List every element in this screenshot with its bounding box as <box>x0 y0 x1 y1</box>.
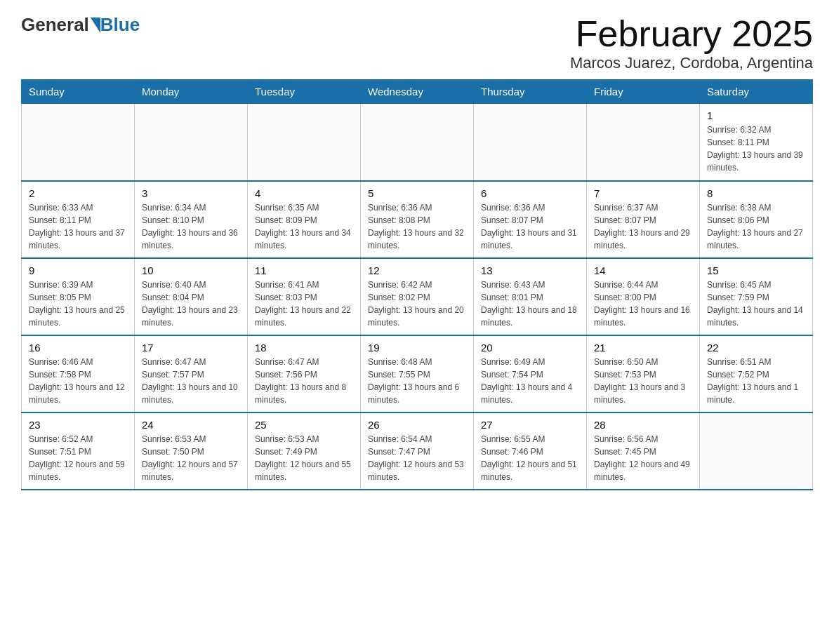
title-section: February 2025 Marcos Juarez, Cordoba, Ar… <box>570 14 813 72</box>
calendar-cell <box>135 104 248 181</box>
day-info: Sunrise: 6:40 AM Sunset: 8:04 PM Dayligh… <box>142 279 240 329</box>
day-info: Sunrise: 6:36 AM Sunset: 8:07 PM Dayligh… <box>481 201 579 252</box>
logo-blue-container: Blue <box>89 14 140 36</box>
calendar-cell: 22Sunrise: 6:51 AM Sunset: 7:52 PM Dayli… <box>700 335 813 412</box>
header-friday: Friday <box>587 80 700 104</box>
day-info: Sunrise: 6:56 AM Sunset: 7:45 PM Dayligh… <box>594 433 692 483</box>
calendar-cell: 28Sunrise: 6:56 AM Sunset: 7:45 PM Dayli… <box>587 412 700 490</box>
day-info: Sunrise: 6:43 AM Sunset: 8:01 PM Dayligh… <box>481 279 579 329</box>
day-number: 14 <box>594 264 692 276</box>
calendar-cell: 1Sunrise: 6:32 AM Sunset: 8:11 PM Daylig… <box>700 104 813 181</box>
day-info: Sunrise: 6:33 AM Sunset: 8:11 PM Dayligh… <box>29 201 127 252</box>
logo-blue-text: Blue <box>100 14 140 36</box>
calendar-cell: 2Sunrise: 6:33 AM Sunset: 8:11 PM Daylig… <box>22 181 135 258</box>
day-info: Sunrise: 6:48 AM Sunset: 7:55 PM Dayligh… <box>368 356 466 406</box>
day-info: Sunrise: 6:51 AM Sunset: 7:52 PM Dayligh… <box>707 356 805 406</box>
calendar-cell: 10Sunrise: 6:40 AM Sunset: 8:04 PM Dayli… <box>135 258 248 335</box>
calendar-cell: 24Sunrise: 6:53 AM Sunset: 7:50 PM Dayli… <box>135 412 248 490</box>
calendar-cell: 18Sunrise: 6:47 AM Sunset: 7:56 PM Dayli… <box>248 335 361 412</box>
header-saturday: Saturday <box>700 80 813 104</box>
day-number: 11 <box>255 264 353 276</box>
day-number: 21 <box>594 342 692 354</box>
day-info: Sunrise: 6:47 AM Sunset: 7:56 PM Dayligh… <box>255 356 353 406</box>
day-info: Sunrise: 6:35 AM Sunset: 8:09 PM Dayligh… <box>255 201 353 252</box>
calendar-cell: 4Sunrise: 6:35 AM Sunset: 8:09 PM Daylig… <box>248 181 361 258</box>
day-info: Sunrise: 6:42 AM Sunset: 8:02 PM Dayligh… <box>368 279 466 329</box>
calendar-cell: 14Sunrise: 6:44 AM Sunset: 8:00 PM Dayli… <box>587 258 700 335</box>
day-info: Sunrise: 6:38 AM Sunset: 8:06 PM Dayligh… <box>707 201 805 252</box>
day-number: 23 <box>29 419 127 431</box>
calendar-cell: 16Sunrise: 6:46 AM Sunset: 7:58 PM Dayli… <box>22 335 135 412</box>
calendar-cell <box>587 104 700 181</box>
day-info: Sunrise: 6:45 AM Sunset: 7:59 PM Dayligh… <box>707 279 805 329</box>
day-number: 5 <box>368 187 466 199</box>
calendar-week-3: 9Sunrise: 6:39 AM Sunset: 8:05 PM Daylig… <box>22 258 813 335</box>
day-number: 18 <box>255 342 353 354</box>
calendar-cell <box>248 104 361 181</box>
header-sunday: Sunday <box>22 80 135 104</box>
calendar-week-4: 16Sunrise: 6:46 AM Sunset: 7:58 PM Dayli… <box>22 335 813 412</box>
day-number: 10 <box>142 264 240 276</box>
calendar-cell: 26Sunrise: 6:54 AM Sunset: 7:47 PM Dayli… <box>361 412 474 490</box>
day-info: Sunrise: 6:52 AM Sunset: 7:51 PM Dayligh… <box>29 433 127 483</box>
day-number: 22 <box>707 342 805 354</box>
page-header: General Blue February 2025 Marcos Juarez… <box>21 14 813 72</box>
day-info: Sunrise: 6:53 AM Sunset: 7:50 PM Dayligh… <box>142 433 240 483</box>
day-info: Sunrise: 6:53 AM Sunset: 7:49 PM Dayligh… <box>255 433 353 483</box>
day-info: Sunrise: 6:41 AM Sunset: 8:03 PM Dayligh… <box>255 279 353 329</box>
day-number: 6 <box>481 187 579 199</box>
calendar-cell: 27Sunrise: 6:55 AM Sunset: 7:46 PM Dayli… <box>474 412 587 490</box>
day-number: 9 <box>29 264 127 276</box>
day-number: 7 <box>594 187 692 199</box>
location-title: Marcos Juarez, Cordoba, Argentina <box>570 54 813 72</box>
day-info: Sunrise: 6:44 AM Sunset: 8:00 PM Dayligh… <box>594 279 692 329</box>
calendar-cell: 11Sunrise: 6:41 AM Sunset: 8:03 PM Dayli… <box>248 258 361 335</box>
day-number: 3 <box>142 187 240 199</box>
header-monday: Monday <box>135 80 248 104</box>
calendar-cell: 6Sunrise: 6:36 AM Sunset: 8:07 PM Daylig… <box>474 181 587 258</box>
calendar-cell: 3Sunrise: 6:34 AM Sunset: 8:10 PM Daylig… <box>135 181 248 258</box>
calendar-week-1: 1Sunrise: 6:32 AM Sunset: 8:11 PM Daylig… <box>22 104 813 181</box>
calendar-week-2: 2Sunrise: 6:33 AM Sunset: 8:11 PM Daylig… <box>22 181 813 258</box>
header-wednesday: Wednesday <box>361 80 474 104</box>
day-number: 12 <box>368 264 466 276</box>
day-info: Sunrise: 6:37 AM Sunset: 8:07 PM Dayligh… <box>594 201 692 252</box>
calendar-cell: 20Sunrise: 6:49 AM Sunset: 7:54 PM Dayli… <box>474 335 587 412</box>
calendar-cell <box>22 104 135 181</box>
month-title: February 2025 <box>570 14 813 54</box>
day-info: Sunrise: 6:55 AM Sunset: 7:46 PM Dayligh… <box>481 433 579 483</box>
calendar-header-row: SundayMondayTuesdayWednesdayThursdayFrid… <box>22 80 813 104</box>
calendar-cell: 7Sunrise: 6:37 AM Sunset: 8:07 PM Daylig… <box>587 181 700 258</box>
day-info: Sunrise: 6:36 AM Sunset: 8:08 PM Dayligh… <box>368 201 466 252</box>
calendar-cell: 23Sunrise: 6:52 AM Sunset: 7:51 PM Dayli… <box>22 412 135 490</box>
day-number: 27 <box>481 419 579 431</box>
day-info: Sunrise: 6:50 AM Sunset: 7:53 PM Dayligh… <box>594 356 692 406</box>
header-thursday: Thursday <box>474 80 587 104</box>
day-info: Sunrise: 6:39 AM Sunset: 8:05 PM Dayligh… <box>29 279 127 329</box>
day-info: Sunrise: 6:54 AM Sunset: 7:47 PM Dayligh… <box>368 433 466 483</box>
calendar-cell: 19Sunrise: 6:48 AM Sunset: 7:55 PM Dayli… <box>361 335 474 412</box>
day-number: 1 <box>707 109 805 121</box>
calendar-cell: 8Sunrise: 6:38 AM Sunset: 8:06 PM Daylig… <box>700 181 813 258</box>
calendar-cell: 13Sunrise: 6:43 AM Sunset: 8:01 PM Dayli… <box>474 258 587 335</box>
day-number: 20 <box>481 342 579 354</box>
day-number: 15 <box>707 264 805 276</box>
day-number: 4 <box>255 187 353 199</box>
day-number: 26 <box>368 419 466 431</box>
day-number: 24 <box>142 419 240 431</box>
calendar-cell <box>474 104 587 181</box>
day-info: Sunrise: 6:47 AM Sunset: 7:57 PM Dayligh… <box>142 356 240 406</box>
header-tuesday: Tuesday <box>248 80 361 104</box>
day-number: 28 <box>594 419 692 431</box>
calendar-cell: 12Sunrise: 6:42 AM Sunset: 8:02 PM Dayli… <box>361 258 474 335</box>
calendar-cell <box>700 412 813 490</box>
calendar-table: SundayMondayTuesdayWednesdayThursdayFrid… <box>21 79 813 490</box>
logo: General Blue <box>21 14 140 36</box>
day-info: Sunrise: 6:32 AM Sunset: 8:11 PM Dayligh… <box>707 123 805 174</box>
calendar-cell: 9Sunrise: 6:39 AM Sunset: 8:05 PM Daylig… <box>22 258 135 335</box>
day-number: 2 <box>29 187 127 199</box>
day-number: 13 <box>481 264 579 276</box>
calendar-cell: 25Sunrise: 6:53 AM Sunset: 7:49 PM Dayli… <box>248 412 361 490</box>
calendar-cell: 5Sunrise: 6:36 AM Sunset: 8:08 PM Daylig… <box>361 181 474 258</box>
day-number: 8 <box>707 187 805 199</box>
